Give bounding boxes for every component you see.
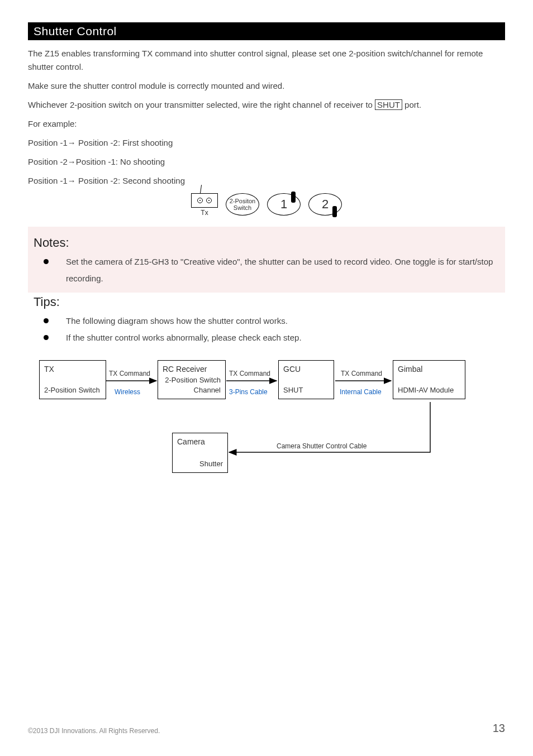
notes-list: Set the camera of Z15-GH3 to "Creative v… [28,253,505,287]
intro-p1: The Z15 enables transforming TX command … [28,47,505,74]
intro-p2: Make sure the shutter control module is … [28,79,505,93]
tips-item-2: If the shutter control works abnormally,… [44,329,505,346]
pos1-num: 1 [280,198,287,211]
tips-item-1: The following diagram shows how the shut… [44,313,505,329]
flow-rc-box: RC Receiver 2-Position Switch Channel [158,360,226,399]
label-3pin: 3-Pins Cable [229,388,268,397]
position-1-oval: 1 [267,193,301,216]
toggle-down-icon [332,206,337,217]
pos-line-3: Position -1→ Position -2: Second shootin… [28,174,505,188]
label-txcmd-2: TX Command [229,370,270,379]
flow-camera-title: Camera [177,437,223,448]
p3-lead: Whichever 2-position switch on your tran… [28,100,375,109]
page-number: 13 [493,722,505,735]
flow-camera-box: Camera Shutter [172,433,228,473]
copyright: ©2013 DJI Innovations. All Rights Reserv… [28,727,160,735]
flow-gcu-title: GCU [283,364,329,375]
position-2-oval: 2 [308,193,342,216]
footer: ©2013 DJI Innovations. All Rights Reserv… [28,722,505,735]
shut-box-inline: SHUT [375,99,402,110]
tx-unit: Tx [191,193,218,217]
label-camcable: Camera Shutter Control Cable [277,442,367,451]
pos-line-2: Position -2→Position -1: No shooting [28,155,505,169]
label-txcmd-3: TX Command [341,370,382,379]
label-txcmd-1: TX Command [109,370,150,379]
knob-icon [206,198,212,203]
flow-tx-sub: 2-Position Switch [44,385,101,395]
flow-rc-title: RC Receiver [163,364,221,375]
switch-oval: 2-Positon Switch [226,193,259,216]
notes-header: Notes: [34,236,505,250]
section-header: Shutter Control [28,22,505,40]
tips-header: Tips: [34,295,505,309]
flow-diagram: TX 2-Position Switch RC Receiver 2-Posit… [28,357,505,486]
toggle-up-icon [291,192,296,203]
notes-box: Notes: Set the camera of Z15-GH3 to "Cre… [28,227,505,293]
pos2-num: 2 [322,198,329,211]
flow-gimbal-box: Gimbal HDMI-AV Module [393,360,465,399]
flow-gcu-box: GCU SHUT [278,360,334,399]
notes-item: Set the camera of Z15-GH3 to "Creative v… [44,253,505,287]
example-label: For example: [28,117,505,131]
flow-rc-sub: 2-Position Switch Channel [163,375,221,395]
tx-diagram: Tx 2-Positon Switch 1 2 [28,193,505,217]
flow-gimbal-title: Gimbal [398,364,460,375]
p3-tail: port. [402,100,421,109]
flow-tx-title: TX [44,364,101,375]
flow-camera-sub: Shutter [177,459,223,469]
flow-gcu-sub: SHUT [283,385,329,395]
label-internal: Internal Cable [340,388,382,397]
intro-p3: Whichever 2-position switch on your tran… [28,98,505,112]
flow-gimbal-sub: HDMI-AV Module [398,385,460,395]
knob-icon [197,198,203,203]
flow-tx-box: TX 2-Position Switch [39,360,106,399]
pos-line-1: Position -1→ Position -2: First shooting [28,136,505,150]
label-wireless: Wireless [115,388,140,397]
tx-rect [191,193,218,208]
tips-list: The following diagram shows how the shut… [28,313,505,346]
tx-label: Tx [191,209,218,217]
